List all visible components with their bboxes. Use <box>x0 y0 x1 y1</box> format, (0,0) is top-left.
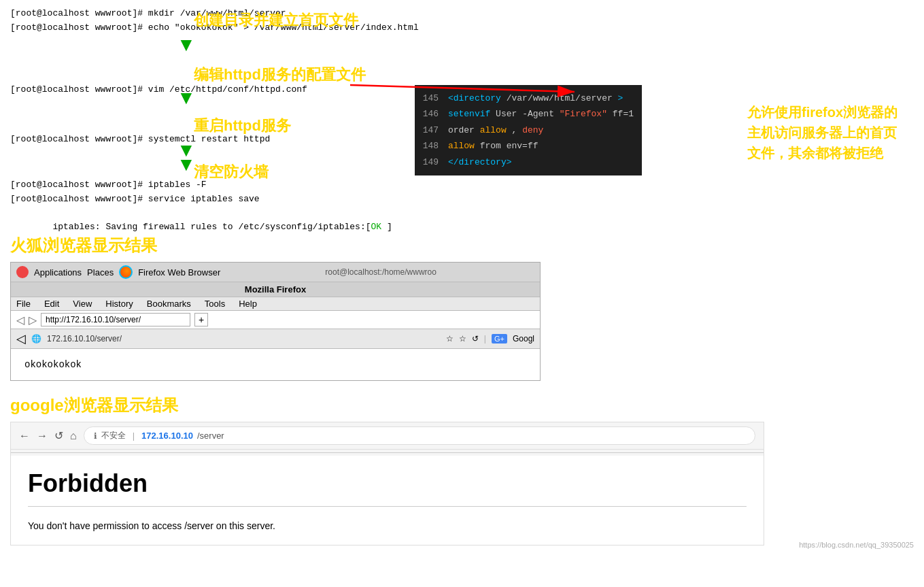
firefox-content: okokokokok <box>11 349 540 380</box>
main-container: [root@localhost wwwroot]# mkdir /var/www… <box>0 0 924 552</box>
firefox-app-icon <box>16 266 29 278</box>
google-reload-button[interactable]: ↺ <box>54 429 63 442</box>
terminal-line-6: [root@localhost wwwroot]# service iptabl… <box>10 192 392 207</box>
menu-edit[interactable]: Edit <box>44 299 59 309</box>
google-section-title: google浏览器显示结果 <box>10 395 914 416</box>
url-path: /server <box>197 431 224 441</box>
firefox-browser: Applications Places Firefox Web Browser … <box>10 262 541 381</box>
forbidden-title: Forbidden <box>28 469 747 498</box>
google-browser: ← → ↺ ⌂ ℹ 不安全 | 172.16.10.10 /server For… <box>10 422 764 546</box>
google-search-text[interactable]: Googl <box>513 334 534 343</box>
apps-bar: Applications Places Firefox Web Browser <box>16 265 220 279</box>
insecure-icon: ℹ <box>94 431 97 441</box>
arrow-down-2: ▼ <box>177 87 196 109</box>
firefox-nav-bar: ◁ 🌐 172.16.10.10/server/ ☆ ☆ ↺ | G+ Goog… <box>11 329 540 349</box>
google-icon: G+ <box>492 334 507 343</box>
places-label[interactable]: Places <box>87 267 114 278</box>
insecure-label: 不安全 <box>101 430 126 441</box>
nav-back-icon[interactable]: ◁ <box>16 331 26 346</box>
google-address-input[interactable]: ℹ 不安全 | 172.16.10.10 /server <box>84 426 755 445</box>
google-fwd-button[interactable]: → <box>37 430 48 442</box>
nav-url-icon: 🌐 <box>31 334 41 343</box>
google-home-button[interactable]: ⌂ <box>70 430 77 442</box>
ip-address: 172.16.10.10 <box>141 431 193 441</box>
watermark: https://blog.csdn.net/qq_39350025 <box>799 541 914 549</box>
nav-url[interactable]: 172.16.10.10/server/ <box>47 334 122 343</box>
arrow-down-4: ▼ <box>177 154 196 175</box>
firefox-titlebar: Applications Places Firefox Web Browser … <box>11 263 540 282</box>
menu-tools[interactable]: Tools <box>205 299 225 309</box>
menu-history[interactable]: History <box>105 299 133 309</box>
top-section: [root@localhost wwwroot]# mkdir /var/www… <box>10 7 914 228</box>
applications-label[interactable]: Applications <box>34 267 82 278</box>
nav-separator: | <box>484 334 486 343</box>
red-arrow <box>350 75 588 109</box>
firefox-menu-bar: File Edit View History Bookmarks Tools H… <box>11 297 540 311</box>
label-create: 创建目录并建立首页文件 <box>194 10 358 31</box>
google-address-bar: ← → ↺ ⌂ ℹ 不安全 | 172.16.10.10 /server <box>11 422 764 450</box>
nav-star[interactable]: ☆ <box>446 334 454 343</box>
firefox-window-titlebar-text: root@localhost:/home/wwwroo <box>227 267 534 277</box>
arrow-down-1: ▼ <box>177 34 196 56</box>
terminal-block-4: [root@localhost wwwroot]# iptables -F [r… <box>10 178 392 249</box>
menu-bookmarks[interactable]: Bookmarks <box>147 299 191 309</box>
svg-line-1 <box>350 85 575 92</box>
google-content: Forbidden You don't have permission to a… <box>11 456 764 545</box>
back-button[interactable]: ◁ <box>16 314 24 326</box>
content-divider <box>28 506 747 507</box>
label-edit: 编辑httpd服务的配置文件 <box>194 65 366 85</box>
ok-status: OK <box>371 222 382 232</box>
menu-help[interactable]: Help <box>239 299 257 309</box>
nav-refresh-icon[interactable]: ↺ <box>472 334 479 343</box>
fwd-button[interactable]: ▷ <box>29 314 37 326</box>
terminal-line-3: [root@localhost wwwroot]# vim /etc/httpd… <box>10 83 307 97</box>
nav-bookmark-icon: ☆ <box>459 334 466 343</box>
label-restart: 重启httpd服务 <box>194 116 291 136</box>
label-clear: 清空防火墙 <box>194 162 269 182</box>
menu-file[interactable]: File <box>16 299 31 309</box>
add-tab-button[interactable]: + <box>194 313 208 326</box>
google-section: google浏览器显示结果 ← → ↺ ⌂ ℹ 不安全 | 172.16.10.… <box>10 395 914 546</box>
firefox-page-content: okokokokok <box>24 359 82 370</box>
browser-label[interactable]: Firefox Web Browser <box>138 267 220 278</box>
code-line-148: 148 allow from env=ff <box>423 138 634 154</box>
firefox-icon <box>119 265 133 279</box>
firefox-address-input[interactable] <box>41 313 190 326</box>
forbidden-text: You don't have permission to access /ser… <box>28 520 747 531</box>
code-line-147: 147 order allow , deny <box>423 122 634 138</box>
terminal-block-2: [root@localhost wwwroot]# vim /etc/httpd… <box>10 83 307 97</box>
menu-view[interactable]: View <box>73 299 92 309</box>
google-back-button[interactable]: ← <box>19 430 30 442</box>
firefox-address-bar: ◁ ▷ + <box>11 311 540 329</box>
firefox-window-title: Mozilla Firefox <box>11 282 540 297</box>
annotation-right: 允许使用firefox浏览器的主机访问服务器上的首页文件，其余都将被拒绝 <box>747 102 904 163</box>
terminal-line-7: iptables: Saving firewall rules to /etc/… <box>10 207 392 249</box>
firefox-section: 火狐浏览器显示结果 Applications Places Firefox We… <box>10 235 914 381</box>
divider <box>11 452 764 453</box>
code-line-149: 149 </directory> <box>423 154 634 170</box>
separator: | <box>133 431 135 441</box>
